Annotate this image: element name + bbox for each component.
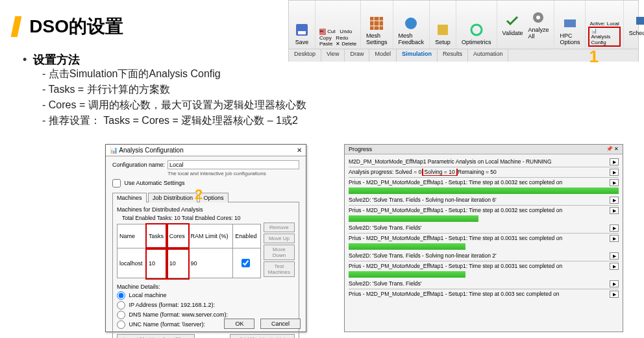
progress-panel: Progress📌 ✕ M2D_PM_MotorMode_EffMap1 Par… [344,144,623,332]
local-radio[interactable]: Local machine [117,291,295,300]
title-accent-bar [11,16,22,37]
progress-step: Solve2D: 'Solve Trans. Fields - Solving … [349,197,619,204]
bullet-4: 推荐设置： Tasks = Cores = 逻辑处理器核心数 – 1或2 [42,114,425,128]
hpc-options-button[interactable]: HPC Options [557,14,582,47]
machines-table: Name Tasks Cores RAM Limit (%) Enabled l… [117,224,261,278]
active-local-label: Active: Local [588,21,620,27]
save-button[interactable]: Save [291,21,312,47]
progress-step: Prius - M2D_PM_MotorMode_EffMap1 - Setup… [349,235,619,242]
bullet-1: 点击Simulation下面的Analysis Config [42,67,425,81]
scheduler-button[interactable]: Scheduler [626,12,644,38]
paste-button[interactable]: Paste ✕ Delete [318,41,358,47]
panel-controls[interactable]: 📌 ✕ [606,146,619,152]
copy-button[interactable]: Copy Redo [318,35,349,41]
analyze-all-button[interactable]: Analyze All [525,8,551,41]
page-title: DSO的设置 [29,16,123,36]
callout-1: 1 [589,47,599,67]
cancel-button[interactable]: Cancel [260,319,301,329]
dialog-title: 📊 Analysis Configuration [110,147,184,154]
frame-title: Machines for Distributed Analysis [117,206,295,213]
progress-step: Prius - M2D_PM_MotorMode_EffMap1 - Setup… [349,291,619,298]
svg-rect-1 [298,31,306,34]
svg-point-3 [405,18,417,29]
ribbon: Save ✂ Cut Undo Copy Redo Paste ✕ Delete… [288,0,639,62]
progress-bar [349,271,465,278]
ribbon-tabs: Desktop View Draw Model Simulation Resul… [289,49,638,62]
svg-point-5 [471,25,482,35]
tab-options[interactable]: Options [199,193,229,202]
analysis-config-dialog: 📊 Analysis Configuration✕ Configuration … [105,144,306,332]
svg-rect-9 [636,17,644,25]
svg-rect-8 [564,19,576,27]
close-icon[interactable]: ✕ [297,147,302,154]
progress-step: Solve2D: 'Solve Trans. Fields'▶ [349,224,619,232]
config-name-label: Configuration name: [112,162,167,168]
tab-simulation[interactable]: Simulation [397,49,438,62]
ip-radio[interactable]: IP Address (format: 192.168.1.2): [117,301,295,309]
bullet-3: Cores = 调用的核心数，最大可设置为逻辑处理器核心数 [42,99,425,112]
progress-bar [349,215,478,222]
tab-view[interactable]: View [321,49,345,62]
moveup-button[interactable]: Move Up [264,234,295,243]
add-machine-button[interactable]: Add Machine to List [230,334,295,338]
ok-button[interactable]: OK [224,319,254,329]
progress-line-main: M2D_PM_MotorMode_EffMap1 Parametric Anal… [349,158,619,165]
play-icon[interactable]: ▶ [610,158,619,165]
callout-2: 2 [195,186,203,203]
progress-step: Solve2D: 'Solve Trans. Fields - Solving … [349,252,619,260]
mesh-settings-button[interactable]: Mesh Settings [364,14,390,47]
tab-job-distribution[interactable]: Job Distribution [148,193,197,202]
progress-step: Solve2D: 'Solve Trans. Fields'▶ [349,280,619,287]
tab-desktop[interactable]: Desktop [289,49,321,62]
movedown-button[interactable]: Move Down [264,245,295,260]
machine-details-label: Machine Details: [117,284,160,290]
progress-title: Progress [349,146,372,152]
enabled-checkbox[interactable] [242,259,250,267]
totals-label: Total Enabled Tasks: 10 Total Enabled Co… [122,215,295,221]
progress-summary: Analysis progress: Solved = 0 Solving = … [349,169,619,176]
optimetrics-button[interactable]: Optimetrics [459,21,494,47]
svg-point-7 [536,16,540,19]
progress-step: Prius - M2D_PM_MotorMode_EffMap1 - Setup… [349,179,619,186]
cut-button[interactable]: ✂ Cut Undo [318,29,353,35]
validate-button[interactable]: Validate [500,12,526,38]
mesh-feedback-button[interactable]: Mesh Feedback [396,14,427,47]
progress-step: Prius - M2D_PM_MotorMode_EffMap1 - Setup… [349,263,619,270]
import-button[interactable]: Import Machines from File... [117,334,195,338]
remove-button[interactable]: Remove [264,223,295,232]
svg-rect-2 [370,17,383,30]
tab-automation[interactable]: Automation [468,49,509,62]
play-icon[interactable]: ▶ [610,169,619,176]
tab-draw[interactable]: Draw [345,49,369,62]
analysis-config-button[interactable]: 📊 Analysis Config [588,27,620,47]
bullet-2: Tasks = 并行计算的方案数 [42,83,425,97]
config-subtitle: The local and interactive job configurat… [167,171,299,176]
tab-model[interactable]: Model [369,49,397,62]
test-button[interactable]: Test Machines [264,261,295,277]
progress-bar [349,187,619,194]
tab-machines[interactable]: Machines [112,193,147,202]
tab-results[interactable]: Results [438,49,468,62]
config-name-input[interactable] [167,160,299,169]
svg-rect-4 [438,25,448,35]
progress-step: Prius - M2D_PM_MotorMode_EffMap1 - Setup… [349,207,619,214]
table-row[interactable]: localhost 10 10 90 [118,248,261,278]
progress-bar [349,243,465,250]
auto-settings-checkbox[interactable]: Use Automatic Settings [112,180,185,186]
setup-button[interactable]: Setup [432,21,453,47]
